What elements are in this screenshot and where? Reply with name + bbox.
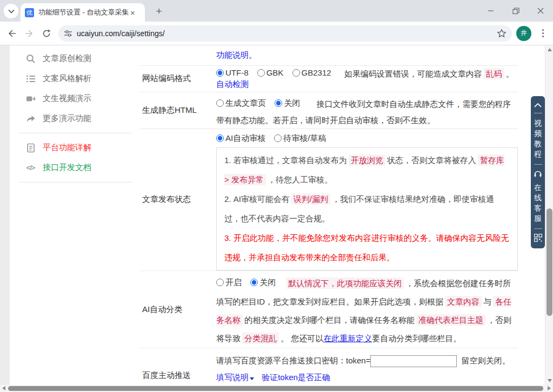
document-icon [25,143,36,153]
scroll-right-arrow[interactable] [548,386,551,390]
url-text[interactable]: ucaiyun.com/caiji/settings/ [77,29,497,38]
static-radio-off[interactable]: 关闭 [275,95,300,111]
profile-avatar[interactable]: 井 [516,26,531,41]
encoding-radio-gb2312[interactable]: GB2312 [292,68,331,77]
row-encoding: 网站编码格式 UTF-8 GBK GB2312 如果编码设置错误，可能造成文章内… [139,66,518,92]
sidebar: 文章原创检测 文案风格解析 文生视频演示 [10,45,139,187]
floating-side-panel: 视频教程 在线客服 [531,96,545,248]
site-settings-icon [64,29,72,38]
ordered-list-icon [25,73,36,84]
liability-warning: 3. 开启此功能，并不能免除您对发布内容进行审核的义务。请确保内容无风险无违规，… [224,233,509,262]
row-publish-status: 文章发布状态 AI自动审核 待审核/草稿 1. 若审核通过，文章将自动发布为开放… [139,129,518,272]
verify-token-link[interactable]: 验证token是否正确 [262,373,330,382]
restore-icon [512,8,519,15]
browser-window: 优 功能细节设置 - 自动文章采集器 × + [0,0,553,392]
encoding-hint: 如果编码设置错误，可能造成文章内容 [344,69,482,78]
row-auto-classify: AI自动分类 开启 关闭 默认情况下，此项功能应该关闭，系统会根据您创建任务时所… [139,271,518,348]
vertical-scrollbar[interactable] [545,45,553,385]
browser-toolbar: ucaiyun.com/caiji/settings/ 井 [0,22,553,45]
panel-divider [534,228,542,229]
sidebar-item-label: 平台功能详解 [43,143,91,153]
forward-icon [24,29,34,38]
default-off-highlight: 默认情况下，此项功能应该关闭 [286,278,404,289]
close-icon [537,8,544,14]
site-favicon: 优 [25,8,34,17]
browser-menu-button[interactable] [537,26,549,41]
video-camera-icon [25,93,36,104]
settings-table: 功能说明。 网站编码格式 UTF-8 GBK GB2312 如果编码设置错误，可… [139,45,518,392]
browser-tab[interactable]: 优 功能细节设置 - 自动文章采集器 × [21,3,145,22]
horizontal-scroll-thumb[interactable] [8,386,543,391]
search-icon [25,53,36,64]
forward-button[interactable] [21,25,38,42]
sidebar-item-originality-check[interactable]: 文章原创检测 [10,49,139,69]
sidebar-divider [19,133,132,133]
misjudge-highlight: 误判/漏判 [291,193,330,205]
auto-detect-link[interactable]: 自动检测 [216,79,249,89]
window-controls [478,0,553,22]
publish-radio-draft[interactable]: 待审核/草稿 [274,133,326,144]
headset-icon [534,170,542,178]
fill-instructions-link[interactable]: 填写说明 [216,373,254,382]
back-button[interactable] [3,25,21,42]
sidebar-item-text-to-video[interactable]: 文生视频演示 [10,89,139,109]
page-panel: 文章原创检测 文案风格解析 文生视频演示 [10,45,545,392]
encoding-radio-gbk[interactable]: GBK [257,68,284,77]
static-radio-generate[interactable]: 生成文章页 [216,95,266,111]
tab-strip: 优 功能细节设置 - 自动文章采集器 × + [0,0,553,22]
classify-radio-off[interactable]: 关闭 [250,273,276,292]
video-tutorial-button[interactable]: 视频教程 [534,118,542,159]
publish-radio-ai-review[interactable]: AI自动审核 [216,133,265,144]
tab-title: 功能细节设置 - 自动文章采集器 [38,8,129,17]
bookmark-button[interactable] [497,29,507,38]
panel-divider [534,113,542,113]
sidebar-item-api-docs[interactable]: </> 接口开发文档 [10,158,139,178]
reload-button[interactable] [38,25,55,42]
back-to-top-icon[interactable] [534,103,542,108]
sidebar-item-label: 文章原创检测 [43,53,91,64]
row-intro: 功能说明。 [139,45,518,66]
page-viewport: 文章原创检测 文案风格解析 文生视频演示 [0,45,553,392]
scroll-down-arrow[interactable] [548,379,552,382]
token-input[interactable] [370,355,457,367]
sidebar-item-label: 文案风格解析 [43,73,91,84]
redefine-link[interactable]: 在此重新定义 [323,334,372,343]
feature-description-link[interactable]: 功能说明。 [216,50,257,59]
open-browse-highlight: 开放浏览 [349,154,385,166]
sidebar-item-platform-features[interactable]: 平台功能详解 [10,138,139,158]
encoding-radio-utf8[interactable]: UTF-8 [216,68,249,77]
online-service-button[interactable]: 在线客服 [534,183,542,224]
publish-status-label: 文章发布状态 [139,129,216,271]
chevron-down-icon [250,377,254,380]
reload-icon [42,29,51,38]
minimize-icon [488,8,494,14]
qr-code-icon[interactable] [534,234,542,242]
close-button[interactable] [528,0,553,22]
garbled-highlight: 乱码 [484,68,504,79]
star-icon [497,29,507,38]
chevron-down-icon [8,9,15,13]
scroll-up-arrow[interactable] [548,48,552,51]
sidebar-item-label: 接口开发文档 [43,163,91,173]
panel-divider [534,164,542,165]
sidebar-item-label: 文生视频演示 [43,93,91,104]
new-tab-button[interactable]: + [152,5,165,18]
address-bar[interactable]: ucaiyun.com/caiji/settings/ [58,25,512,42]
minimize-button[interactable] [478,0,503,22]
tab-close-icon[interactable]: × [130,9,135,17]
row-static-html: 生成静态HTML 生成文章页 关闭 接口文件收到文章时自动生成静态文件，需要您的… [139,92,518,129]
publish-notes-box: 1. 若审核通过，文章将自动发布为开放浏览状态，否则文章将被存入暂存库 > 发布… [216,147,518,271]
sidebar-item-style-analysis[interactable]: 文案风格解析 [10,69,139,89]
restore-button[interactable] [503,0,528,22]
tab-search-button[interactable] [4,4,18,18]
auto-classify-label: AI自动分类 [139,271,216,348]
back-icon [7,29,17,38]
scroll-left-arrow[interactable] [2,386,5,390]
vertical-scroll-thumb[interactable] [547,208,552,316]
classify-radio-on[interactable]: 开启 [216,273,242,292]
sidebar-item-more-demos[interactable]: 更多演示功能 [10,109,139,129]
static-html-label: 生成静态HTML [139,92,216,129]
encoding-label: 网站编码格式 [139,73,216,84]
sidebar-item-label: 更多演示功能 [43,113,91,124]
horizontal-scrollbar[interactable] [0,385,553,392]
